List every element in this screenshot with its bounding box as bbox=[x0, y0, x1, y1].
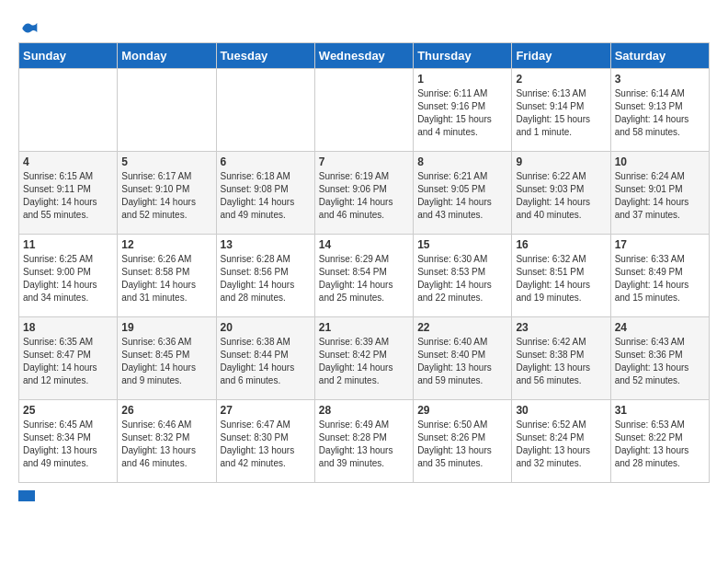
day-number: 16 bbox=[516, 238, 606, 251]
day-of-week-header: Saturday bbox=[610, 43, 709, 69]
day-info: Sunrise: 6:46 AM Sunset: 8:32 PM Dayligh… bbox=[121, 419, 211, 470]
calendar-day-cell: 14Sunrise: 6:29 AM Sunset: 8:54 PM Dayli… bbox=[314, 235, 413, 317]
day-number: 7 bbox=[319, 155, 409, 168]
calendar-day-cell: 8Sunrise: 6:21 AM Sunset: 9:05 PM Daylig… bbox=[414, 152, 512, 235]
day-info: Sunrise: 6:43 AM Sunset: 8:36 PM Dayligh… bbox=[615, 336, 705, 387]
day-number: 11 bbox=[23, 238, 113, 251]
calendar-day-cell: 22Sunrise: 6:40 AM Sunset: 8:40 PM Dayli… bbox=[414, 317, 512, 400]
logo-icon bbox=[20, 18, 39, 37]
day-number: 20 bbox=[221, 321, 311, 334]
calendar-day-cell: 13Sunrise: 6:28 AM Sunset: 8:56 PM Dayli… bbox=[216, 235, 314, 317]
calendar-week-row: 1Sunrise: 6:11 AM Sunset: 9:16 PM Daylig… bbox=[19, 69, 710, 152]
day-number: 22 bbox=[417, 321, 507, 334]
day-of-week-header: Monday bbox=[118, 43, 216, 69]
calendar-day-cell: 29Sunrise: 6:50 AM Sunset: 8:26 PM Dayli… bbox=[414, 400, 512, 483]
calendar-day-cell: 11Sunrise: 6:25 AM Sunset: 9:00 PM Dayli… bbox=[19, 235, 118, 317]
calendar-day-cell: 10Sunrise: 6:24 AM Sunset: 9:01 PM Dayli… bbox=[610, 152, 709, 235]
calendar-day-cell: 20Sunrise: 6:38 AM Sunset: 8:44 PM Dayli… bbox=[216, 317, 314, 400]
day-number: 3 bbox=[615, 73, 705, 86]
day-of-week-header: Sunday bbox=[19, 43, 118, 69]
calendar-day-cell: 6Sunrise: 6:18 AM Sunset: 9:08 PM Daylig… bbox=[216, 152, 314, 235]
day-number: 9 bbox=[516, 155, 606, 168]
day-info: Sunrise: 6:28 AM Sunset: 8:56 PM Dayligh… bbox=[221, 253, 311, 304]
day-number: 13 bbox=[221, 238, 311, 251]
day-info: Sunrise: 6:50 AM Sunset: 8:26 PM Dayligh… bbox=[417, 419, 507, 470]
calendar-day-cell: 7Sunrise: 6:19 AM Sunset: 9:06 PM Daylig… bbox=[314, 152, 413, 235]
calendar-table: SundayMondayTuesdayWednesdayThursdayFrid… bbox=[18, 42, 710, 483]
day-number: 6 bbox=[221, 155, 311, 168]
day-info: Sunrise: 6:35 AM Sunset: 8:47 PM Dayligh… bbox=[23, 336, 113, 387]
day-info: Sunrise: 6:13 AM Sunset: 9:14 PM Dayligh… bbox=[516, 87, 606, 139]
day-number: 26 bbox=[121, 404, 211, 417]
calendar-day-cell: 23Sunrise: 6:42 AM Sunset: 8:38 PM Dayli… bbox=[512, 317, 610, 400]
day-info: Sunrise: 6:39 AM Sunset: 8:42 PM Dayligh… bbox=[319, 336, 409, 387]
calendar-day-cell: 17Sunrise: 6:33 AM Sunset: 8:49 PM Dayli… bbox=[610, 235, 709, 317]
day-number: 14 bbox=[319, 238, 409, 251]
calendar-day-cell: 24Sunrise: 6:43 AM Sunset: 8:36 PM Dayli… bbox=[610, 317, 709, 400]
day-of-week-header: Wednesday bbox=[314, 43, 413, 69]
day-number: 5 bbox=[121, 155, 211, 168]
day-info: Sunrise: 6:19 AM Sunset: 9:06 PM Dayligh… bbox=[319, 170, 409, 222]
calendar-day-cell bbox=[19, 69, 118, 152]
day-number: 15 bbox=[417, 238, 507, 251]
calendar-day-cell: 25Sunrise: 6:45 AM Sunset: 8:34 PM Dayli… bbox=[19, 400, 118, 483]
day-info: Sunrise: 6:26 AM Sunset: 8:58 PM Dayligh… bbox=[121, 253, 211, 304]
day-info: Sunrise: 6:38 AM Sunset: 8:44 PM Dayligh… bbox=[221, 336, 311, 387]
day-info: Sunrise: 6:47 AM Sunset: 8:30 PM Dayligh… bbox=[221, 419, 311, 470]
calendar-day-cell: 31Sunrise: 6:53 AM Sunset: 8:22 PM Dayli… bbox=[610, 400, 709, 483]
day-info: Sunrise: 6:17 AM Sunset: 9:10 PM Dayligh… bbox=[121, 170, 211, 222]
day-of-week-header: Friday bbox=[512, 43, 610, 69]
calendar-day-cell: 26Sunrise: 6:46 AM Sunset: 8:32 PM Dayli… bbox=[118, 400, 216, 483]
calendar-day-cell: 12Sunrise: 6:26 AM Sunset: 8:58 PM Dayli… bbox=[118, 235, 216, 317]
day-info: Sunrise: 6:11 AM Sunset: 9:16 PM Dayligh… bbox=[417, 87, 507, 139]
calendar-day-cell: 5Sunrise: 6:17 AM Sunset: 9:10 PM Daylig… bbox=[118, 152, 216, 235]
day-number: 28 bbox=[319, 404, 409, 417]
calendar-day-cell: 27Sunrise: 6:47 AM Sunset: 8:30 PM Dayli… bbox=[216, 400, 314, 483]
day-number: 12 bbox=[121, 238, 211, 251]
calendar-header-row: SundayMondayTuesdayWednesdayThursdayFrid… bbox=[19, 43, 710, 69]
day-info: Sunrise: 6:45 AM Sunset: 8:34 PM Dayligh… bbox=[23, 419, 113, 470]
calendar-day-cell: 18Sunrise: 6:35 AM Sunset: 8:47 PM Dayli… bbox=[19, 317, 118, 400]
calendar-week-row: 11Sunrise: 6:25 AM Sunset: 9:00 PM Dayli… bbox=[19, 235, 710, 317]
day-info: Sunrise: 6:25 AM Sunset: 9:00 PM Dayligh… bbox=[23, 253, 113, 304]
calendar-day-cell: 2Sunrise: 6:13 AM Sunset: 9:14 PM Daylig… bbox=[512, 69, 610, 152]
calendar-week-row: 18Sunrise: 6:35 AM Sunset: 8:47 PM Dayli… bbox=[19, 317, 710, 400]
day-number: 18 bbox=[23, 321, 113, 334]
day-number: 10 bbox=[615, 155, 705, 168]
day-number: 29 bbox=[417, 404, 507, 417]
day-number: 25 bbox=[23, 404, 113, 417]
legend-color-box bbox=[18, 490, 35, 501]
calendar-day-cell bbox=[216, 69, 314, 152]
day-number: 8 bbox=[417, 155, 507, 168]
day-info: Sunrise: 6:22 AM Sunset: 9:03 PM Dayligh… bbox=[516, 170, 606, 222]
day-info: Sunrise: 6:32 AM Sunset: 8:51 PM Dayligh… bbox=[516, 253, 606, 304]
day-of-week-header: Tuesday bbox=[216, 43, 314, 69]
day-info: Sunrise: 6:24 AM Sunset: 9:01 PM Dayligh… bbox=[615, 170, 705, 222]
calendar-day-cell: 21Sunrise: 6:39 AM Sunset: 8:42 PM Dayli… bbox=[314, 317, 413, 400]
calendar-day-cell: 16Sunrise: 6:32 AM Sunset: 8:51 PM Dayli… bbox=[512, 235, 610, 317]
legend bbox=[18, 490, 710, 501]
day-info: Sunrise: 6:21 AM Sunset: 9:05 PM Dayligh… bbox=[417, 170, 507, 222]
day-info: Sunrise: 6:40 AM Sunset: 8:40 PM Dayligh… bbox=[417, 336, 507, 387]
day-number: 4 bbox=[23, 155, 113, 168]
day-number: 23 bbox=[516, 321, 606, 334]
calendar-day-cell: 30Sunrise: 6:52 AM Sunset: 8:24 PM Dayli… bbox=[512, 400, 610, 483]
day-number: 2 bbox=[516, 73, 606, 86]
page-header bbox=[18, 18, 710, 33]
day-number: 17 bbox=[615, 238, 705, 251]
calendar-week-row: 25Sunrise: 6:45 AM Sunset: 8:34 PM Dayli… bbox=[19, 400, 710, 483]
calendar-day-cell bbox=[314, 69, 413, 152]
logo bbox=[18, 18, 39, 33]
calendar-day-cell bbox=[118, 69, 216, 152]
calendar-week-row: 4Sunrise: 6:15 AM Sunset: 9:11 PM Daylig… bbox=[19, 152, 710, 235]
day-number: 30 bbox=[516, 404, 606, 417]
day-info: Sunrise: 6:15 AM Sunset: 9:11 PM Dayligh… bbox=[23, 170, 113, 222]
day-number: 27 bbox=[221, 404, 311, 417]
day-info: Sunrise: 6:52 AM Sunset: 8:24 PM Dayligh… bbox=[516, 419, 606, 470]
day-number: 31 bbox=[615, 404, 705, 417]
day-info: Sunrise: 6:30 AM Sunset: 8:53 PM Dayligh… bbox=[417, 253, 507, 304]
day-info: Sunrise: 6:42 AM Sunset: 8:38 PM Dayligh… bbox=[516, 336, 606, 387]
day-number: 19 bbox=[121, 321, 211, 334]
day-info: Sunrise: 6:36 AM Sunset: 8:45 PM Dayligh… bbox=[121, 336, 211, 387]
calendar-day-cell: 9Sunrise: 6:22 AM Sunset: 9:03 PM Daylig… bbox=[512, 152, 610, 235]
